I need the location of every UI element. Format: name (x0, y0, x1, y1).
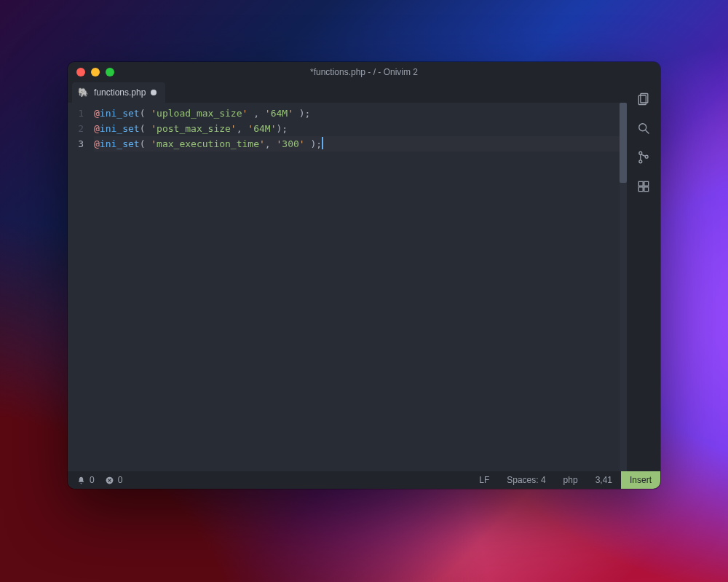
code-line[interactable]: @ini_set( 'post_max_size', '64M'); (94, 121, 627, 136)
extensions-icon[interactable] (636, 178, 652, 194)
tab-functions-php[interactable]: 🐘 functions.php (72, 82, 165, 103)
status-indent[interactable]: Spaces: 4 (498, 471, 554, 489)
text-cursor (322, 137, 323, 149)
minimize-window-button[interactable] (91, 68, 100, 76)
traffic-lights (76, 68, 114, 76)
scrollbar-thumb[interactable] (620, 103, 627, 183)
titlebar[interactable]: *functions.php - / - Onivim 2 (68, 62, 660, 82)
line-number: 1 (68, 106, 90, 121)
zoom-window-button[interactable] (106, 68, 114, 76)
php-icon: 🐘 (78, 88, 89, 97)
status-bar: 0 0 LF Spaces: 4 php 3,41 Insert (68, 471, 660, 489)
status-mode[interactable]: Insert (621, 471, 660, 489)
git-icon[interactable] (636, 149, 652, 165)
files-icon[interactable] (636, 91, 652, 107)
svg-rect-9 (638, 187, 643, 192)
tab-label: functions.php (94, 87, 146, 98)
svg-rect-8 (644, 181, 649, 186)
status-errors[interactable]: 0 (105, 475, 123, 485)
status-language[interactable]: php (555, 471, 587, 489)
tab-bar: 🐘 functions.php (68, 82, 627, 103)
vertical-scrollbar[interactable] (620, 103, 627, 471)
code-line[interactable]: @ini_set( 'max_execution_time', '300' ); (94, 136, 627, 152)
search-icon[interactable] (636, 120, 652, 136)
svg-rect-7 (638, 181, 643, 186)
bell-icon (76, 476, 86, 485)
code-line[interactable]: @ini_set( 'upload_max_size' , '64M' ); (94, 106, 627, 121)
line-number: 3 (68, 136, 90, 152)
activity-bar (627, 82, 660, 471)
editor[interactable]: 123 @ini_set( 'upload_max_size' , '64M' … (68, 103, 627, 471)
code-area[interactable]: @ini_set( 'upload_max_size' , '64M' );@i… (90, 103, 627, 471)
tab-dirty-indicator (151, 90, 157, 95)
window-title: *functions.php - / - Onivim 2 (310, 67, 418, 77)
status-position[interactable]: 3,41 (587, 471, 621, 489)
status-notifications[interactable]: 0 (76, 475, 95, 485)
editor-window: *functions.php - / - Onivim 2 🐘 function… (68, 62, 660, 489)
svg-point-6 (645, 155, 648, 158)
svg-point-2 (639, 124, 646, 131)
line-number: 2 (68, 121, 90, 136)
svg-rect-10 (644, 187, 649, 192)
close-window-button[interactable] (76, 68, 85, 76)
line-number-gutter: 123 (68, 103, 90, 471)
svg-line-3 (646, 130, 649, 134)
svg-point-5 (639, 160, 642, 163)
status-eol[interactable]: LF (470, 471, 498, 489)
error-icon (105, 476, 114, 485)
